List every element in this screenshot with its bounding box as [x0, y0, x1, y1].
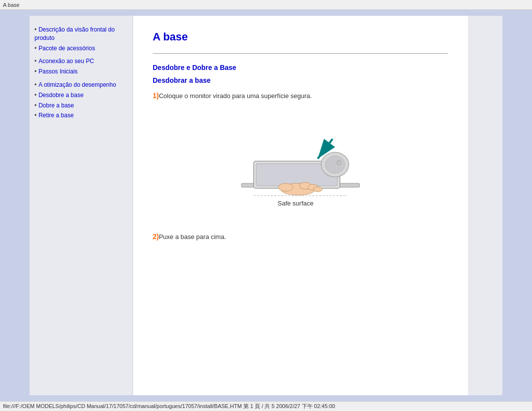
bullet: •: [34, 102, 36, 109]
sidebar-item-aconexao[interactable]: •Aconexão ao seu PC: [34, 57, 128, 66]
sidebar-item-retire[interactable]: •Retire a base: [34, 111, 128, 120]
title-bar: A base: [0, 0, 532, 10]
bullet: •: [34, 112, 36, 119]
main-area: •Descrição da visão frontal do produto •…: [0, 10, 532, 401]
step-1: 1)Coloque o monitor virado para uma supe…: [153, 92, 448, 100]
sidebar-item-descricao[interactable]: •Descrição da visão frontal do produto: [34, 26, 128, 42]
bullet: •: [34, 92, 36, 99]
step-2-text: Puxe a base para cima.: [159, 233, 226, 240]
bullet: •: [34, 45, 36, 52]
sidebar-item-passos[interactable]: •Passos Iniciais: [34, 68, 128, 76]
sidebar-item-dobre[interactable]: •Dobre a base: [34, 102, 128, 110]
svg-point-12: [313, 187, 322, 192]
svg-point-4: [325, 156, 345, 173]
nav-group: •Descrição da visão frontal do produto •…: [34, 26, 128, 52]
sidebar-item-desdobre[interactable]: •Desdobre a base: [34, 91, 128, 100]
title-bar-text: A base: [3, 2, 20, 8]
sidebar-item-pacote[interactable]: •Pacote de acessórios: [34, 44, 128, 53]
bullet: •: [34, 26, 36, 33]
status-bar: file:///F:/OEM MODELS/philips/CD Manual/…: [0, 401, 532, 411]
bullet: •: [34, 68, 36, 75]
svg-point-9: [278, 183, 293, 191]
content-area: A base Desdobre e Dobre a Base Desdobrar…: [133, 16, 468, 395]
right-column: [468, 16, 502, 395]
divider: [153, 53, 448, 54]
step-1-number: 1): [153, 92, 159, 100]
bullet: •: [34, 58, 36, 65]
bullet: •: [34, 81, 36, 88]
illustration-svg: Safe surface: [227, 109, 374, 218]
page-title: A base: [153, 31, 448, 43]
status-bar-text: file:///F:/OEM MODELS/philips/CD Manual/…: [3, 403, 335, 410]
image-container: Safe surface: [153, 109, 448, 218]
step-1-text: Coloque o monitor virado para uma superf…: [159, 92, 312, 100]
step-2: 2)Puxe a base para cima.: [153, 233, 448, 240]
svg-text:Safe surface: Safe surface: [278, 200, 314, 207]
subsection-title: Desdobrar a base: [153, 76, 448, 84]
sidebar: •Descrição da visão frontal do produto •…: [30, 16, 133, 395]
nav-group-3: •A otimização do desempenho •Desdobre a …: [34, 81, 128, 120]
nav-group-2: •Aconexão ao seu PC •Passos Iniciais: [34, 57, 128, 76]
sidebar-item-otimizacao[interactable]: •A otimização do desempenho: [34, 81, 128, 89]
step-2-number: 2): [153, 233, 159, 240]
section-title: Desdobre e Dobre a Base: [153, 64, 448, 71]
